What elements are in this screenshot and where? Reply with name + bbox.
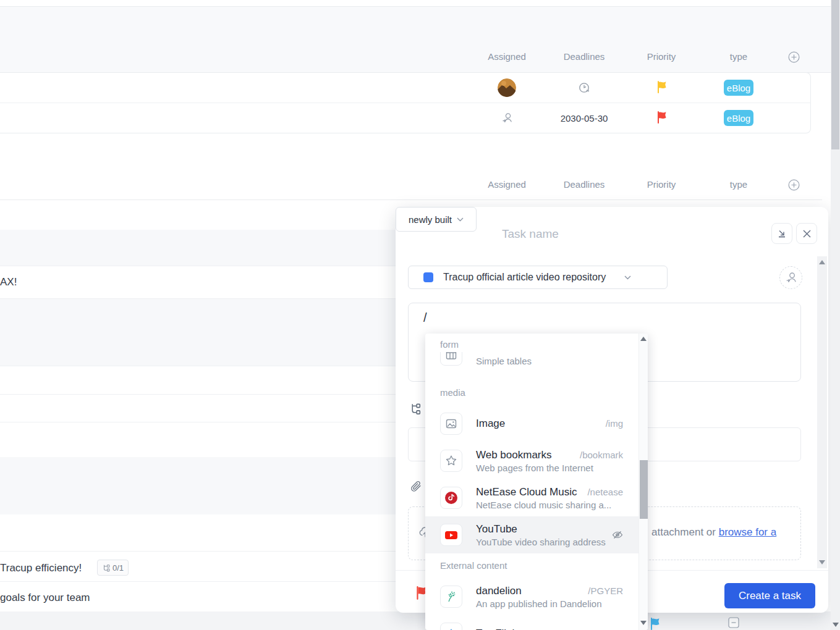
page: Assigned Deadlines Priority type eBlog 2…	[0, 0, 840, 630]
section-label-media: media	[425, 387, 638, 399]
paperclip-icon	[409, 480, 423, 496]
add-column-icon[interactable]	[788, 51, 800, 65]
menu-scrollbar[interactable]	[638, 334, 648, 630]
item-title: NetEase Cloud Music	[476, 486, 577, 498]
assign-person-icon	[784, 271, 798, 285]
priority-flag-red[interactable]	[656, 111, 668, 127]
column-header-type: type	[695, 51, 782, 62]
create-task-button[interactable]: Create a task	[724, 583, 815, 608]
item-desc: Web pages from the Internet	[476, 463, 623, 473]
section-label-external: External content	[425, 560, 638, 572]
page-scrollbar-thumb[interactable]	[831, 0, 839, 149]
status-label: newly built	[409, 214, 452, 225]
menu-item-clipped-form[interactable]: form/table Simple tables	[425, 352, 638, 378]
dandelion-icon	[440, 586, 462, 608]
youtube-icon	[440, 524, 462, 546]
column-header-priority: Priority	[618, 179, 705, 190]
star-icon	[440, 450, 462, 472]
netease-icon	[440, 487, 462, 509]
subtask-count-badge[interactable]: 0/1	[97, 560, 129, 576]
type-tag[interactable]: eBlog	[724, 80, 753, 96]
item-title: TestFlight	[476, 628, 521, 630]
task-name-input[interactable]	[502, 225, 737, 243]
table-icon	[440, 352, 462, 366]
collapse-square-icon[interactable]	[728, 616, 740, 630]
assign-person-icon[interactable]	[501, 112, 514, 127]
project-color-swatch	[423, 272, 433, 282]
close-button[interactable]	[796, 223, 817, 244]
column-header-assigned: Assigned	[464, 179, 550, 190]
browse-link[interactable]: browse for a	[719, 526, 777, 538]
divider	[0, 200, 822, 200]
row-divider	[0, 103, 811, 103]
modal-scrollbar[interactable]	[817, 256, 827, 568]
testflight-icon	[440, 623, 462, 630]
close-icon	[802, 229, 812, 238]
chevron-down-icon	[457, 217, 464, 222]
item-desc: Simple tables	[476, 356, 623, 366]
item-desc: An app published in Dandelion	[476, 598, 623, 609]
editor-text: /	[423, 311, 427, 324]
project-name: Tracup official article video repository	[443, 272, 606, 283]
item-shortcut: /img	[606, 418, 623, 429]
menu-item-image[interactable]: Image/img	[425, 405, 638, 442]
item-title: YouTube	[476, 523, 517, 536]
clock-icon[interactable]	[579, 82, 590, 96]
project-select[interactable]: Tracup official article video repository	[408, 266, 668, 289]
section-label-form: form	[425, 338, 638, 351]
item-title: form	[476, 352, 497, 355]
add-assignee-button[interactable]	[779, 266, 802, 289]
slash-command-menu: form form/table Simple tables media	[425, 334, 648, 630]
menu-item-youtube[interactable]: YouTube YouTube video sharing address	[425, 516, 638, 553]
menu-item-web-bookmarks[interactable]: Web bookmarks/bookmark Web pages from th…	[425, 442, 638, 479]
subtask-section-icon	[409, 402, 422, 418]
task-title[interactable]: goals for your team	[0, 592, 90, 604]
image-icon	[440, 413, 462, 435]
chevron-down-icon	[624, 275, 631, 280]
upload-hint-text: attachment or browse for a	[651, 526, 776, 539]
minimize-icon	[776, 228, 787, 239]
item-shortcut: /netease	[587, 487, 623, 497]
item-desc: NetEase cloud music sharing a...	[476, 500, 623, 510]
task-title-truncated[interactable]: AX!	[0, 276, 17, 288]
subtask-count: 0/1	[112, 563, 124, 573]
add-column-icon[interactable]	[788, 179, 800, 193]
column-header-priority: Priority	[618, 51, 705, 62]
item-title: dandelion	[476, 585, 522, 597]
item-desc: YouTube video sharing address	[476, 537, 623, 547]
page-scrollbar[interactable]	[831, 0, 840, 630]
column-header-deadlines: Deadlines	[541, 51, 627, 62]
item-title: Image	[476, 418, 505, 430]
item-shortcut: /table	[600, 352, 623, 353]
minimize-button[interactable]	[771, 223, 792, 244]
column-header-deadlines: Deadlines	[541, 179, 627, 190]
task-title[interactable]: Tracup efficiency!	[0, 562, 82, 574]
deadline-value[interactable]: 2030-05-30	[541, 113, 627, 124]
priority-flag-yellow[interactable]	[656, 80, 668, 96]
scroll-down-arrow[interactable]	[833, 623, 839, 627]
table-header-band	[0, 7, 831, 72]
menu-item-testflight[interactable]: TestFlight/testflight	[425, 615, 638, 630]
column-header-type: type	[695, 179, 782, 190]
menu-scrollbar-thumb[interactable]	[640, 460, 648, 519]
item-title: Web bookmarks	[476, 449, 552, 461]
menu-item-dandelion[interactable]: dandelion/PGYER An app published in Dand…	[425, 578, 638, 615]
type-tag[interactable]: eBlog	[724, 110, 753, 126]
status-dropdown-button[interactable]: newly built	[396, 207, 477, 232]
menu-item-netease[interactable]: NetEase Cloud Music/netease NetEase clou…	[425, 479, 638, 516]
priority-flag-blue[interactable]	[649, 617, 661, 630]
bottom-band	[0, 611, 831, 630]
subtask-tree-icon	[102, 563, 111, 572]
avatar[interactable]	[498, 78, 516, 99]
column-header-assigned: Assigned	[464, 51, 550, 62]
item-shortcut: /bookmark	[580, 450, 623, 460]
item-shortcut: /PGYER	[588, 586, 623, 596]
hide-item-icon[interactable]	[611, 529, 624, 544]
